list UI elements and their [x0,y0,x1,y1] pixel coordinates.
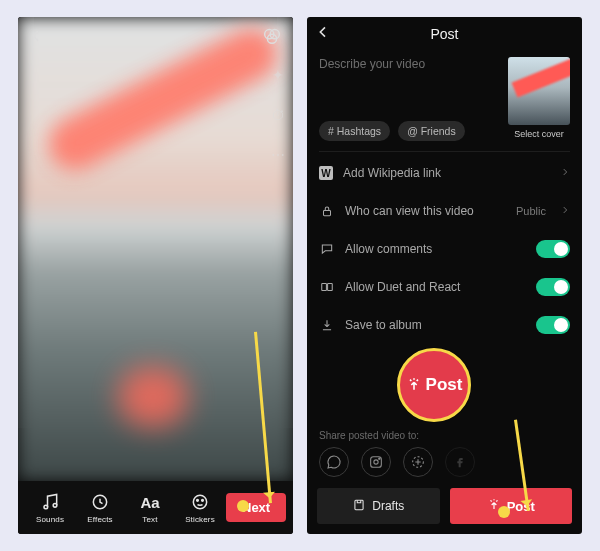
back-icon[interactable] [28,28,44,44]
filters-icon[interactable] [261,25,283,47]
row-label: Who can view this video [345,204,506,218]
chip-friends[interactable]: @ Friends [398,121,465,141]
description-input[interactable]: Describe your video [319,57,498,71]
row-label: Save to album [345,318,526,332]
editor-side-tools: ✦ ⏱ ⋯ [267,67,289,169]
post-header: Post [307,17,582,51]
row-label: Allow Duet and React [345,280,526,294]
post-options: W Add Wikipedia link Who can view this v… [307,152,582,344]
row-privacy[interactable]: Who can view this video Public [319,192,570,230]
share-whatsapp-icon[interactable] [319,447,349,477]
clock-effects-icon [89,491,111,513]
tool-label: Effects [87,515,112,524]
row-duet: Allow Duet and React [319,268,570,306]
chip-hashtags[interactable]: # Hashtags [319,121,390,141]
wikipedia-icon: W [319,166,333,180]
svg-point-14 [379,458,380,459]
text-icon: Aa [139,491,161,513]
row-label: Add Wikipedia link [343,166,550,180]
row-wikipedia[interactable]: W Add Wikipedia link [319,154,570,192]
tool-label: Stickers [185,515,215,524]
side-tool-icon[interactable]: ⏱ [267,107,289,129]
post-screen: Post Describe your video # Hashtags @ Fr… [307,17,582,534]
cover-thumbnail [508,57,570,125]
svg-rect-9 [324,210,331,215]
music-note-icon [39,491,61,513]
chevron-right-icon [560,204,570,218]
share-row [307,447,582,477]
share-more-icon[interactable] [403,447,433,477]
side-tool-icon[interactable]: ✦ [267,67,289,89]
editor-toolbar: Sounds Effects Aa Text Stickers Next [18,481,293,534]
share-facebook-icon[interactable] [445,447,475,477]
svg-point-13 [374,460,378,464]
toggle-duet[interactable] [536,278,570,296]
row-comments: Allow comments [319,230,570,268]
row-save: Save to album [319,306,570,344]
svg-point-8 [202,500,204,502]
lock-icon [319,203,335,219]
post-button[interactable]: Post [450,488,573,524]
cover-picker[interactable]: Select cover [508,57,570,141]
tool-effects[interactable]: Effects [76,491,124,524]
download-icon [319,317,335,333]
next-button[interactable]: Next [226,493,286,522]
video-preview[interactable]: ✦ ⏱ ⋯ [18,17,293,481]
drafts-icon [352,498,366,515]
page-title: Post [430,26,458,42]
row-label: Allow comments [345,242,526,256]
tool-text[interactable]: Aa Text [126,491,174,524]
annotation-label: Post [426,375,463,395]
svg-point-7 [197,500,199,502]
tool-label: Sounds [36,515,64,524]
annotation-dot [498,506,510,518]
svg-rect-16 [355,500,363,509]
editor-screen: ✦ ⏱ ⋯ Sounds Effects Aa Text [18,17,293,534]
annotation-callout: Post [397,348,471,422]
svg-point-3 [44,505,48,509]
back-icon[interactable] [315,24,331,43]
privacy-value: Public [516,205,546,217]
share-instagram-icon[interactable] [361,447,391,477]
svg-point-6 [193,495,206,508]
svg-rect-11 [328,284,333,291]
chevron-right-icon [560,166,570,180]
side-tool-icon[interactable]: ⋯ [267,147,289,169]
comment-icon [319,241,335,257]
sticker-icon [189,491,211,513]
tool-sounds[interactable]: Sounds [26,491,74,524]
svg-rect-10 [322,284,327,291]
toggle-save[interactable] [536,316,570,334]
drafts-label: Drafts [372,499,404,513]
duet-icon [319,279,335,295]
cover-label: Select cover [514,129,564,139]
toggle-comments[interactable] [536,240,570,258]
svg-point-4 [53,504,57,508]
tool-label: Text [142,515,157,524]
tool-stickers[interactable]: Stickers [176,491,224,524]
annotation-dot [237,500,249,512]
drafts-button[interactable]: Drafts [317,488,440,524]
